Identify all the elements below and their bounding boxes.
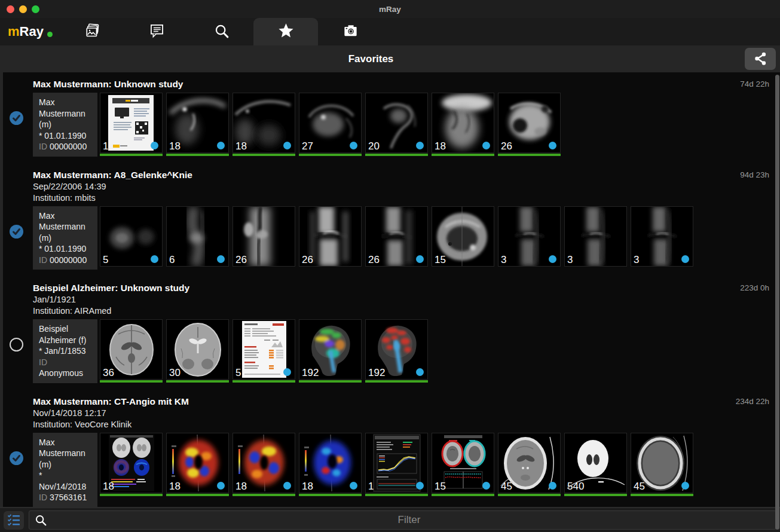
series-bar: [100, 494, 163, 496]
series-thumbnail[interactable]: 15: [432, 433, 494, 507]
series-thumbnail[interactable]: 26: [365, 206, 428, 270]
downloaded-dot: [151, 142, 158, 149]
study-checkbox[interactable]: [10, 225, 23, 239]
tab-favorites[interactable]: [253, 18, 318, 45]
series-thumbnail[interactable]: 5: [100, 206, 163, 270]
study-age: 74d 22h: [740, 80, 769, 88]
favorites-list: Max Mustermann: Unknown study74d 22hMax …: [0, 72, 780, 507]
series-bar: [299, 380, 362, 383]
series-thumbnail[interactable]: 18: [100, 433, 163, 507]
minimize-button[interactable]: [19, 5, 27, 13]
downloaded-dot: [350, 142, 357, 149]
series-thumbnail[interactable]: 26: [233, 206, 295, 270]
downloaded-dot: [681, 255, 689, 263]
series-thumbnail[interactable]: 18: [166, 93, 229, 157]
thumbnail-image: 15: [432, 206, 494, 267]
downloaded-dot: [151, 255, 158, 263]
downloaded-dot: [482, 482, 490, 490]
series-thumbnail[interactable]: 3: [631, 206, 693, 270]
series-thumbnail[interactable]: 18: [432, 93, 494, 157]
search-icon: [34, 513, 47, 527]
share-button[interactable]: [745, 48, 776, 70]
image-count: 18: [302, 480, 313, 493]
study-institution: Institution: AIRAmed: [33, 305, 711, 317]
online-status-dot: [47, 32, 53, 37]
tab-bar: mRay: [0, 18, 780, 45]
series-thumbnail[interactable]: 1: [100, 93, 163, 157]
study-head: Beispiel Alzheimer: Unknown studyJan/1/1…: [33, 282, 711, 317]
page-title: Favorites: [0, 53, 742, 65]
tab-studies[interactable]: [60, 18, 124, 45]
image-count: 3: [501, 253, 506, 266]
series-thumbnail[interactable]: 5: [233, 319, 295, 383]
study-checkbox[interactable]: [10, 338, 23, 351]
thumbnail-image: 45: [498, 433, 561, 493]
series-thumbnails: 36305192192: [100, 319, 428, 383]
series-thumbnail[interactable]: 192: [365, 319, 428, 383]
series-thumbnail[interactable]: 45: [631, 433, 693, 507]
study-checkbox[interactable]: [10, 451, 23, 465]
multi-select-button[interactable]: [4, 511, 24, 530]
series-thumbnail[interactable]: 30: [166, 319, 229, 383]
series-thumbnail[interactable]: 192: [299, 319, 362, 383]
image-count: 45: [634, 480, 645, 493]
study-checkbox[interactable]: [10, 111, 23, 125]
series-bar: [365, 380, 428, 383]
thumbnail-image: 1: [365, 433, 428, 493]
tab-capture[interactable]: [318, 18, 383, 45]
series-thumbnail[interactable]: 18: [233, 93, 295, 157]
image-count: 15: [435, 253, 446, 266]
series-bar: [233, 380, 295, 383]
study-title: Max Mustermann: A8_Gelenke^Knie: [33, 169, 711, 181]
series-thumbnail[interactable]: 3: [564, 206, 627, 270]
series-thumbnail[interactable]: 26: [498, 93, 561, 157]
study-date: Jan/1/1921: [33, 294, 711, 305]
scrollbar[interactable]: [775, 75, 779, 530]
downloaded-dot: [416, 368, 424, 376]
series-thumbnail[interactable]: 18: [233, 433, 295, 507]
patient-name: Max Mustermann (m): [39, 438, 85, 469]
study-age: 94d 23h: [740, 170, 769, 179]
series-thumbnail[interactable]: 540: [564, 433, 627, 507]
image-count: 26: [368, 253, 380, 266]
series-bar: [299, 154, 362, 156]
image-count: 1: [368, 480, 374, 493]
filter-field[interactable]: [29, 510, 776, 530]
study-body: Max Mustermann (m)* Nov/14/2018ID 375631…: [0, 433, 780, 507]
series-bar: [432, 154, 494, 156]
patient-card: Beispiel Alzheimer (f)* Jan/1/1853ID Ano…: [33, 319, 97, 383]
thumbnail-image: 3: [631, 206, 693, 267]
series-thumbnail[interactable]: 36: [100, 319, 163, 383]
thumbnail-image: 192: [299, 319, 362, 380]
image-count: 3: [634, 253, 639, 266]
thumbnail-image: 15: [432, 433, 494, 493]
study-institution: Institution: VeoCore Klinik: [33, 419, 711, 430]
thumbnail-image: 18: [233, 433, 295, 493]
camera-icon: [342, 23, 359, 41]
close-button[interactable]: [7, 5, 14, 13]
filter-input[interactable]: [47, 514, 771, 526]
patient-id-label: ID: [39, 255, 47, 265]
thumbnail-image: 26: [498, 93, 561, 153]
series-thumbnail[interactable]: 26: [299, 206, 362, 270]
study-title: Max Mustermann: CT-Angio mit KM: [33, 396, 711, 408]
tab-messages[interactable]: [124, 18, 189, 45]
zoom-button[interactable]: [32, 5, 39, 13]
series-thumbnail[interactable]: 18: [299, 433, 362, 507]
series-thumbnail[interactable]: 45: [498, 433, 561, 507]
study-age: 223d 0h: [740, 283, 769, 292]
series-thumbnail[interactable]: 1: [365, 433, 428, 507]
downloaded-dot: [549, 482, 556, 490]
series-thumbnail[interactable]: 3: [498, 206, 561, 270]
thumbnail-image: 26: [233, 206, 295, 267]
series-thumbnail[interactable]: 6: [166, 206, 229, 270]
series-thumbnails: 181818181154554045: [100, 433, 693, 507]
patient-id-value: Anonymous: [39, 368, 83, 378]
tab-search[interactable]: [189, 18, 253, 45]
bottom-bar: [0, 507, 780, 532]
series-thumbnail[interactable]: 18: [166, 433, 229, 507]
series-thumbnail[interactable]: 27: [299, 93, 362, 157]
series-thumbnail[interactable]: 15: [432, 206, 494, 270]
thumbnail-image: 5: [100, 206, 163, 267]
series-thumbnail[interactable]: 20: [365, 93, 428, 157]
